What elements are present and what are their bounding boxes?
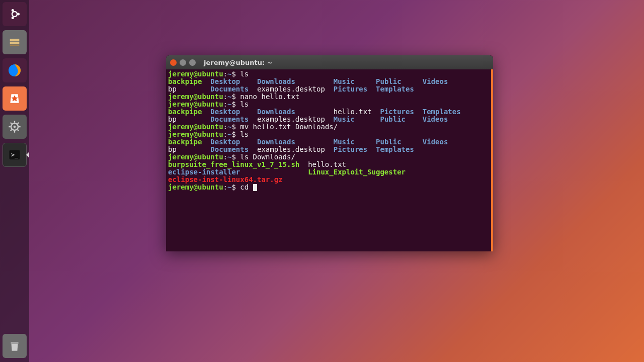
- ls-item: Pictures: [334, 85, 367, 93]
- svg-rect-6: [10, 45, 20, 46]
- trash-icon[interactable]: [3, 334, 27, 358]
- prompt-user: jeremy@ubuntu: [168, 70, 223, 78]
- ls-item: Templates: [376, 85, 414, 93]
- ls-item: eclipse-inst-linux64.tar.gz: [168, 175, 283, 184]
- ls-item: bp: [168, 85, 177, 93]
- window-titlebar[interactable]: jeremy@ubuntu: ~: [166, 55, 493, 69]
- svg-point-1: [17, 13, 20, 16]
- maximize-icon[interactable]: [189, 59, 196, 66]
- minimize-icon[interactable]: [180, 59, 186, 66]
- svg-point-2: [12, 9, 14, 12]
- svg-point-0: [12, 12, 17, 17]
- command: mv hello.txt Downloads/: [240, 123, 338, 131]
- terminal-window: jeremy@ubuntu: ~ jeremy@ubuntu:~$ ls bac…: [166, 55, 493, 251]
- firefox-icon[interactable]: [3, 58, 27, 82]
- ls-item: Desktop: [210, 77, 240, 85]
- ls-item: examples.desktop: [257, 85, 325, 93]
- terminal-output[interactable]: jeremy@ubuntu:~$ ls backpipe Desktop Dow…: [166, 69, 493, 251]
- ls-item: Videos: [423, 77, 448, 85]
- svg-rect-5: [10, 42, 20, 44]
- current-command: cd: [240, 183, 253, 191]
- ls-item: Documents: [210, 85, 249, 93]
- terminal-icon[interactable]: >_: [3, 143, 27, 167]
- files-icon[interactable]: [3, 30, 27, 54]
- ls-item: Linux_Exploit_Suggester: [308, 168, 406, 176]
- ls-item: Music: [334, 77, 355, 85]
- command: nano hello.txt: [240, 93, 299, 101]
- ubuntu-dash-icon[interactable]: [3, 2, 27, 26]
- ls-item: Public: [376, 77, 401, 85]
- software-center-icon[interactable]: [3, 86, 27, 111]
- settings-icon[interactable]: [3, 115, 27, 139]
- svg-point-9: [14, 126, 16, 128]
- ls-item: eclipse-installer: [168, 168, 240, 176]
- svg-point-3: [12, 17, 14, 19]
- cursor: [253, 184, 257, 191]
- unity-launcher: >_: [0, 0, 29, 362]
- command: ls: [240, 100, 249, 108]
- ls-item: burpsuite_free_linux_v1_7_15.sh: [168, 160, 299, 168]
- ls-item: Downloads: [257, 77, 295, 85]
- command: ls Downloads/: [240, 153, 295, 161]
- svg-rect-4: [10, 39, 20, 41]
- window-title: jeremy@ubuntu: ~: [204, 59, 273, 66]
- command: ls: [240, 130, 249, 138]
- command: ls: [240, 70, 249, 78]
- svg-rect-12: [11, 342, 18, 343]
- svg-text:>_: >_: [11, 151, 19, 158]
- close-icon[interactable]: [170, 59, 177, 66]
- ls-item: hello.txt: [308, 160, 346, 168]
- ls-item: backpipe: [168, 77, 202, 85]
